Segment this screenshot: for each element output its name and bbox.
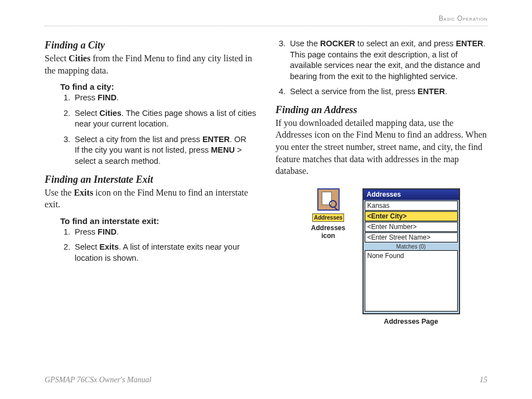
- option-exits: Exits: [74, 188, 93, 197]
- section-address-intro: If you downloaded detailed mapping data,…: [275, 117, 487, 177]
- text: . OR: [230, 135, 246, 144]
- text: If the city you want is not listed, pres…: [75, 145, 211, 154]
- steps-find-exit: Press FIND. Select Exits. A list of inte…: [60, 227, 257, 264]
- section-finding-city-intro: Select Cities from the Find Menu to find…: [45, 52, 257, 76]
- addresses-icon-block: Addresses Addresses icon: [303, 188, 354, 240]
- bold-cities: Cities: [69, 53, 90, 63]
- key-menu: MENU: [211, 145, 235, 154]
- section-finding-city-title: Finding a City: [45, 40, 257, 51]
- howto-find-exit: To find an interstate exit:: [60, 216, 257, 226]
- list-item: Use the ROCKER to select an exit, and pr…: [288, 38, 487, 82]
- footer-page-number: 15: [480, 376, 487, 385]
- list-item: Press FIND.: [72, 93, 257, 104]
- text: Select a service from the list, press: [290, 87, 418, 96]
- footer-title: GPSMAP 76CSx Owner's Manual: [45, 376, 151, 385]
- device-row-number: <Enter Number>: [365, 222, 458, 232]
- icon-caption: Addresses icon: [303, 224, 354, 240]
- text: Press: [75, 227, 98, 236]
- device-result-none: None Found: [367, 252, 455, 260]
- device-screenshot: Addresses Kansas <Enter City> <Enter Num…: [362, 188, 460, 314]
- left-column: Finding a City Select Cities from the Fi…: [45, 36, 257, 325]
- howto-find-city: To find a city:: [60, 82, 257, 91]
- addresses-page-block: Addresses Kansas <Enter City> <Enter Num…: [362, 188, 460, 325]
- key-find: FIND: [98, 227, 117, 236]
- text: .: [117, 227, 119, 236]
- device-results-list: None Found: [365, 250, 458, 312]
- divider: [45, 26, 487, 26]
- option-exits: Exits: [99, 242, 119, 251]
- text: Use the: [45, 188, 74, 197]
- text: to select an exit, and press: [355, 39, 456, 48]
- page-footer: GPSMAP 76CSx Owner's Manual 15: [45, 376, 487, 385]
- steps-find-exit-cont: Use the ROCKER to select an exit, and pr…: [275, 38, 487, 98]
- text: Select: [75, 242, 99, 251]
- text: Select: [75, 109, 99, 118]
- text: .: [445, 87, 447, 96]
- text: Select: [45, 53, 69, 63]
- key-enter: ENTER: [202, 135, 230, 144]
- running-header: Basic Operation: [45, 14, 487, 22]
- list-item: Select a service from the list, press EN…: [288, 86, 487, 98]
- list-item: Press FIND.: [72, 227, 257, 238]
- option-cities: Cities: [99, 109, 122, 118]
- list-item: Select Exits. A list of interstate exits…: [72, 242, 257, 264]
- icon-label: Addresses: [312, 213, 344, 222]
- addresses-icon: [317, 188, 340, 211]
- section-interstate-title: Finding an Interstate Exit: [45, 174, 257, 186]
- key-rocker: ROCKER: [320, 39, 355, 48]
- magnifier-icon: [329, 200, 337, 208]
- text: icon: [321, 232, 335, 240]
- text: Addresses: [311, 224, 345, 232]
- text: Use the: [290, 39, 320, 48]
- list-item: Select a city from the list and press EN…: [72, 134, 257, 167]
- text: Press: [75, 93, 98, 102]
- figure-addresses: Addresses Addresses icon Addresses Kansa…: [275, 188, 487, 325]
- device-row-street: <Enter Street Name>: [365, 232, 458, 242]
- device-matches: Matches (0): [364, 243, 459, 250]
- list-item: Select Cities. The Cities page shows a l…: [72, 108, 257, 130]
- text: Select a city from the list and press: [75, 135, 202, 144]
- section-interstate-intro: Use the Exits icon on the Find Menu to f…: [45, 187, 257, 211]
- device-titlebar: Addresses: [364, 189, 459, 200]
- key-find: FIND: [98, 93, 117, 102]
- key-enter: ENTER: [418, 87, 445, 96]
- device-row-city: <Enter City>: [365, 211, 458, 221]
- steps-find-city: Press FIND. Select Cities. The Cities pa…: [60, 93, 257, 167]
- device-caption: Addresses Page: [362, 318, 460, 325]
- text: .: [117, 93, 119, 102]
- section-address-title: Finding an Address: [275, 104, 487, 116]
- right-column: Use the ROCKER to select an exit, and pr…: [275, 36, 487, 325]
- key-enter: ENTER: [456, 39, 483, 48]
- device-row-region: Kansas: [365, 201, 458, 211]
